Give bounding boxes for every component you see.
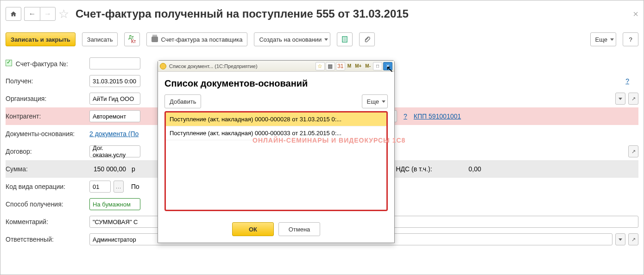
home-icon [10,11,17,17]
dialog-calc-button[interactable]: ▦ [326,62,335,70]
kpp-link[interactable]: КПП 591001001 [414,112,461,120]
chevron-down-icon [619,238,622,241]
cancel-button[interactable]: Отмена [278,222,320,236]
arrow-right-icon: → [44,10,51,18]
dialog-maximize-button[interactable]: □ [373,62,382,70]
invoice-supplier-label: Счет-фактура за поставщика [161,36,242,43]
save-close-button[interactable]: Записать и закрыть [6,32,76,46]
chevron-down-icon [610,38,614,41]
invoice-no-label: Счет-фактура №: [6,60,87,68]
dialog-more-label: Еще [367,98,379,105]
save-button[interactable]: Записать [82,32,118,46]
opcode-label: Код вида операции: [6,183,87,190]
one-c-icon [160,63,166,69]
dtkt-button[interactable]: Дт Кт [124,32,140,46]
org-label: Организация: [6,95,87,102]
opcode-input[interactable]: 01 [89,181,111,193]
page-title: Счет-фактура полученный на поступление 5… [76,7,630,20]
dialog-footer: ОК Отмена [158,218,394,243]
basis-label: Документы-основания: [6,130,87,138]
watermark: ОНЛАЙН-СЕМИНАРЫ И ВИДЕОКУРСЫ 1С8 [253,137,405,144]
dialog-titlebar: Список документ... (1С:Предприятие) ☆ ▦ … [158,61,394,72]
method-label: Способ получения: [6,200,87,208]
documents-list: Поступление (акт, накладная) 0000-000028… [164,111,388,211]
report-button[interactable] [337,32,353,46]
sum-cur: р [132,165,135,173]
document-icon [341,36,348,43]
vat-value: 0,00 [435,165,481,173]
contragent-label: Контрагент: [6,112,87,120]
contract-label: Договор: [6,148,87,155]
dialog-close-button[interactable]: ✕ [383,62,392,70]
org-select-button[interactable] [615,93,625,105]
nav-group: ← → [24,7,56,21]
basis-documents-dialog: Список документ... (1С:Предприятие) ☆ ▦ … [158,60,395,243]
contract-input[interactable]: Дог. оказан.услу [89,145,140,157]
resp-open-button[interactable]: ↗ [628,233,638,245]
contract-open-button[interactable]: ↗ [628,145,638,157]
opcode-picker-button[interactable]: ... [114,181,124,193]
home-button[interactable] [6,7,21,21]
check-icon [6,60,12,66]
dialog-body: Список документов-оснований Добавить Еще… [158,72,394,218]
list-empty-area [166,140,386,210]
forward-button[interactable]: → [40,7,56,21]
contragent-help[interactable]: ? [404,112,407,120]
dtkt-icon: Дт Кт [128,35,136,44]
method-input[interactable]: На бумажном [89,198,140,210]
sum-label: Сумма: [6,165,87,173]
org-input[interactable]: АйТи Гид ООО [89,93,140,105]
more-label: Еще [595,36,607,43]
arrow-left-icon: ← [29,10,36,18]
window-header: ← → ☆ Счет-фактура полученный на поступл… [6,5,638,23]
received-label: Получен: [6,77,87,85]
vat-label: НДС (в т.ч.): [396,165,432,173]
comment-label: Комментарий: [6,218,87,225]
resp-label: Ответственный: [6,236,87,243]
dialog-m-button[interactable]: M [346,62,353,70]
attach-button[interactable] [359,32,375,46]
org-open-button[interactable]: ↗ [628,93,638,105]
dialog-calendar-button[interactable]: 31 [336,62,345,70]
add-button[interactable]: Добавить [164,94,201,108]
more-button[interactable]: Еще [590,32,616,46]
basis-link[interactable]: 2 документа (По [89,130,139,138]
dialog-fav-button[interactable]: ☆ [316,62,325,70]
app-window: ← → ☆ Счет-фактура полученный на поступл… [0,0,644,275]
ok-button[interactable]: ОК [232,222,274,236]
printer-icon [152,37,158,42]
dialog-mminus-button[interactable]: M- [364,62,372,70]
help-button[interactable]: ? [623,32,638,46]
create-based-group: Создать на основании [254,32,330,46]
main-toolbar: Записать и закрыть Записать Дт Кт Счет-ф… [6,32,638,46]
resp-select-button[interactable] [615,233,625,245]
chevron-down-icon [619,98,622,100]
received-input[interactable]: 31.03.2015 0:00 [89,75,140,87]
invoice-supplier-button[interactable]: Счет-фактура за поставщика [146,32,247,46]
chevron-down-icon [382,100,385,103]
favorite-icon[interactable]: ☆ [58,7,69,21]
close-button[interactable]: × [633,9,638,19]
create-based-label: Создать на основании [259,36,322,43]
dialog-window-title: Список документ... (1С:Предприятие) [169,63,258,69]
received-help[interactable]: ? [625,77,629,85]
invoice-no-input[interactable] [89,57,140,69]
list-item[interactable]: Поступление (акт, накладная) 0000-000028… [166,112,386,126]
dialog-toolbar: Добавить Еще [164,94,388,108]
paperclip-icon [363,36,371,43]
opcode-after: По [131,183,139,190]
dialog-mplus-button[interactable]: M+ [354,62,363,70]
chevron-down-icon [324,38,328,41]
sum-value: 150 000,00 [89,165,129,173]
contragent-input[interactable]: Авторемонт [89,110,140,122]
back-button[interactable]: ← [24,7,40,21]
dialog-heading: Список документов-оснований [164,78,388,89]
create-based-button[interactable]: Создать на основании [254,32,330,46]
dialog-more-button[interactable]: Еще [362,94,388,108]
